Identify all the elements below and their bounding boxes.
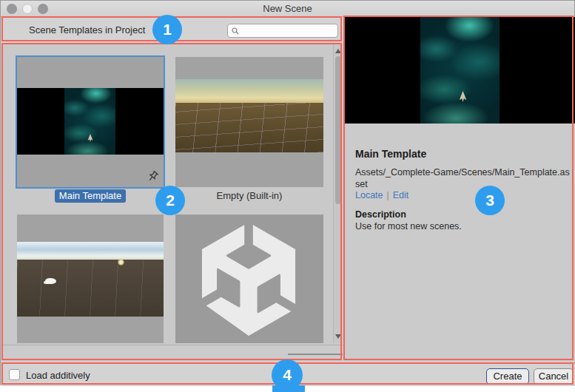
template-card-main-template[interactable] <box>17 57 164 187</box>
template-card-3[interactable] <box>17 214 164 343</box>
main-template-thumbnail <box>17 88 164 155</box>
titlebar: New Scene <box>1 1 574 17</box>
template-info: Main Template Assets/_Complete-Game/Scen… <box>344 124 575 362</box>
search-box[interactable] <box>227 24 338 38</box>
unity-logo-icon <box>193 225 304 336</box>
template-card-empty-builtin[interactable] <box>175 57 323 187</box>
details-links: Locate|Edit <box>355 190 408 200</box>
annotation-marker-3: 3 <box>475 186 505 215</box>
vertical-scrollbar[interactable] <box>333 44 342 343</box>
template-card-4[interactable] <box>175 214 323 343</box>
template-label-empty[interactable]: Empty (Built-in) <box>175 190 323 201</box>
cancel-button[interactable]: Cancel <box>534 368 574 385</box>
locate-link[interactable]: Locate <box>355 190 383 200</box>
spaceship-sprite-icon <box>459 91 467 102</box>
template-label-main[interactable]: Main Template <box>17 190 164 201</box>
template-details-panel: Main Template Assets/_Complete-Game/Scen… <box>344 17 575 362</box>
description-text: Use for most new scenes. <box>355 221 462 232</box>
template-preview <box>344 17 575 124</box>
annotation-marker-4-tail <box>272 385 305 392</box>
scroll-up-icon[interactable] <box>335 49 341 53</box>
search-input[interactable] <box>241 25 334 36</box>
scroll-down-icon[interactable] <box>335 334 341 339</box>
search-icon <box>232 27 239 35</box>
sun-sprite-icon <box>118 259 124 266</box>
window-title: New Scene <box>1 1 574 17</box>
details-asset-path: Assets/_Complete-Game/Scenes/Main_Templa… <box>355 166 573 190</box>
load-additively-checkbox[interactable] <box>9 369 20 380</box>
annotation-marker-1: 1 <box>152 15 182 44</box>
cloud-sprite-icon <box>45 278 56 284</box>
scrollbar-thumb[interactable] <box>335 56 341 204</box>
details-title: Main Template <box>355 148 426 160</box>
spaceship-sprite-icon <box>87 134 93 142</box>
pin-icon[interactable] <box>147 170 159 183</box>
load-additively-label: Load additively <box>26 370 90 381</box>
description-heading: Description <box>355 209 406 220</box>
link-separator: | <box>387 190 389 200</box>
templates-header-label: Scene Templates in Project <box>29 24 145 36</box>
edit-link[interactable]: Edit <box>393 190 409 200</box>
annotation-marker-2: 2 <box>155 186 185 215</box>
create-button[interactable]: Create <box>486 368 529 385</box>
thumbnail-size-slider-row <box>1 345 343 362</box>
thumbnail-size-slider[interactable] <box>288 354 343 355</box>
